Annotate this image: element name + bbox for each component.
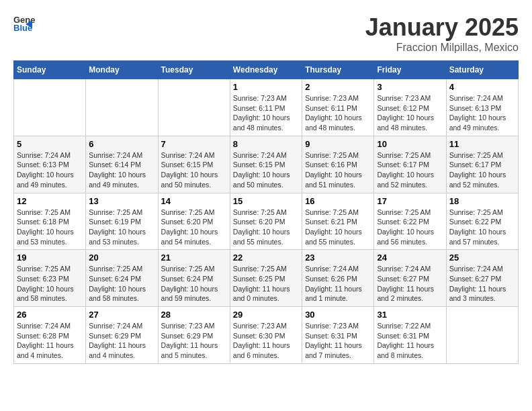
col-saturday: Saturday [446, 61, 518, 79]
day-cell: 18Sunrise: 7:25 AM Sunset: 6:22 PM Dayli… [446, 193, 518, 250]
day-number: 24 [377, 253, 443, 263]
day-info: Sunrise: 7:25 AM Sunset: 6:17 PM Dayligh… [449, 150, 515, 190]
day-cell: 27Sunrise: 7:24 AM Sunset: 6:29 PM Dayli… [86, 307, 158, 364]
day-info: Sunrise: 7:25 AM Sunset: 6:18 PM Dayligh… [17, 208, 83, 247]
logo: General Blue [13, 13, 35, 32]
day-info: Sunrise: 7:25 AM Sunset: 6:24 PM Dayligh… [89, 264, 154, 304]
day-cell: 23Sunrise: 7:24 AM Sunset: 6:26 PM Dayli… [302, 250, 374, 307]
day-number: 21 [161, 253, 227, 263]
day-cell: 14Sunrise: 7:25 AM Sunset: 6:20 PM Dayli… [158, 193, 230, 250]
day-info: Sunrise: 7:25 AM Sunset: 6:20 PM Dayligh… [233, 208, 299, 247]
day-info: Sunrise: 7:25 AM Sunset: 6:17 PM Dayligh… [377, 150, 443, 190]
day-cell [446, 307, 518, 364]
day-cell: 13Sunrise: 7:25 AM Sunset: 6:19 PM Dayli… [86, 193, 158, 250]
day-cell: 1Sunrise: 7:23 AM Sunset: 6:11 PM Daylig… [230, 79, 302, 136]
day-number: 14 [161, 196, 227, 206]
day-number: 31 [377, 310, 443, 320]
week-row-2: 5Sunrise: 7:24 AM Sunset: 6:13 PM Daylig… [14, 136, 519, 193]
day-number: 27 [89, 310, 154, 320]
day-number: 13 [89, 196, 154, 206]
header-row: Sunday Monday Tuesday Wednesday Thursday… [14, 61, 519, 79]
day-number: 26 [17, 310, 83, 320]
day-cell: 17Sunrise: 7:25 AM Sunset: 6:22 PM Dayli… [374, 193, 446, 250]
day-info: Sunrise: 7:25 AM Sunset: 6:22 PM Dayligh… [449, 208, 515, 247]
day-number: 22 [233, 253, 299, 263]
day-number: 10 [377, 139, 443, 149]
day-number: 15 [233, 196, 299, 206]
day-info: Sunrise: 7:25 AM Sunset: 6:25 PM Dayligh… [233, 264, 299, 304]
day-info: Sunrise: 7:23 AM Sunset: 6:30 PM Dayligh… [233, 321, 299, 361]
day-cell [158, 79, 230, 136]
day-cell: 2Sunrise: 7:23 AM Sunset: 6:11 PM Daylig… [302, 79, 374, 136]
day-number: 6 [89, 139, 154, 149]
day-number: 23 [305, 253, 371, 263]
day-cell: 30Sunrise: 7:23 AM Sunset: 6:31 PM Dayli… [302, 307, 374, 364]
day-number: 9 [305, 139, 371, 149]
day-number: 2 [305, 82, 371, 92]
day-info: Sunrise: 7:24 AM Sunset: 6:28 PM Dayligh… [17, 321, 83, 361]
calendar-subtitle: Fraccion Milpillas, Mexico [365, 42, 519, 54]
day-info: Sunrise: 7:24 AM Sunset: 6:15 PM Dayligh… [161, 150, 227, 190]
logo-icon: General Blue [13, 13, 35, 32]
col-wednesday: Wednesday [230, 61, 302, 79]
day-number: 7 [161, 139, 227, 149]
day-cell: 9Sunrise: 7:25 AM Sunset: 6:16 PM Daylig… [302, 136, 374, 193]
col-monday: Monday [86, 61, 158, 79]
day-info: Sunrise: 7:24 AM Sunset: 6:26 PM Dayligh… [305, 264, 371, 304]
calendar-body: 1Sunrise: 7:23 AM Sunset: 6:11 PM Daylig… [14, 79, 519, 364]
day-info: Sunrise: 7:25 AM Sunset: 6:20 PM Dayligh… [161, 208, 227, 247]
day-info: Sunrise: 7:24 AM Sunset: 6:15 PM Dayligh… [233, 150, 299, 190]
day-cell [86, 79, 158, 136]
day-info: Sunrise: 7:23 AM Sunset: 6:29 PM Dayligh… [161, 321, 227, 361]
day-cell: 15Sunrise: 7:25 AM Sunset: 6:20 PM Dayli… [230, 193, 302, 250]
day-number: 17 [377, 196, 443, 206]
day-number: 16 [305, 196, 371, 206]
header: General Blue January 2025 Fraccion Milpi… [13, 13, 519, 54]
day-cell: 3Sunrise: 7:23 AM Sunset: 6:12 PM Daylig… [374, 79, 446, 136]
day-info: Sunrise: 7:24 AM Sunset: 6:29 PM Dayligh… [89, 321, 154, 361]
day-cell: 7Sunrise: 7:24 AM Sunset: 6:15 PM Daylig… [158, 136, 230, 193]
day-cell: 6Sunrise: 7:24 AM Sunset: 6:14 PM Daylig… [86, 136, 158, 193]
day-cell: 8Sunrise: 7:24 AM Sunset: 6:15 PM Daylig… [230, 136, 302, 193]
week-row-4: 19Sunrise: 7:25 AM Sunset: 6:23 PM Dayli… [14, 250, 519, 307]
day-cell: 4Sunrise: 7:24 AM Sunset: 6:13 PM Daylig… [446, 79, 518, 136]
day-info: Sunrise: 7:23 AM Sunset: 6:31 PM Dayligh… [305, 321, 371, 361]
day-number: 25 [449, 253, 515, 263]
day-cell: 20Sunrise: 7:25 AM Sunset: 6:24 PM Dayli… [86, 250, 158, 307]
day-number: 1 [233, 82, 299, 92]
day-number: 28 [161, 310, 227, 320]
day-info: Sunrise: 7:22 AM Sunset: 6:31 PM Dayligh… [377, 321, 443, 361]
day-cell: 28Sunrise: 7:23 AM Sunset: 6:29 PM Dayli… [158, 307, 230, 364]
day-info: Sunrise: 7:24 AM Sunset: 6:13 PM Dayligh… [17, 150, 83, 190]
day-info: Sunrise: 7:25 AM Sunset: 6:24 PM Dayligh… [161, 264, 227, 304]
day-number: 11 [449, 139, 515, 149]
day-number: 8 [233, 139, 299, 149]
day-info: Sunrise: 7:25 AM Sunset: 6:22 PM Dayligh… [377, 208, 443, 247]
calendar-table: Sunday Monday Tuesday Wednesday Thursday… [13, 60, 519, 364]
day-number: 20 [89, 253, 154, 263]
day-cell: 26Sunrise: 7:24 AM Sunset: 6:28 PM Dayli… [14, 307, 86, 364]
day-cell: 22Sunrise: 7:25 AM Sunset: 6:25 PM Dayli… [230, 250, 302, 307]
col-tuesday: Tuesday [158, 61, 230, 79]
day-info: Sunrise: 7:24 AM Sunset: 6:14 PM Dayligh… [89, 150, 154, 190]
col-sunday: Sunday [14, 61, 86, 79]
col-thursday: Thursday [302, 61, 374, 79]
day-info: Sunrise: 7:24 AM Sunset: 6:27 PM Dayligh… [377, 264, 443, 304]
calendar-header: Sunday Monday Tuesday Wednesday Thursday… [14, 61, 519, 79]
day-info: Sunrise: 7:23 AM Sunset: 6:11 PM Dayligh… [233, 93, 299, 133]
day-number: 19 [17, 253, 83, 263]
day-number: 4 [449, 82, 515, 92]
day-cell [14, 79, 86, 136]
svg-text:Blue: Blue [13, 23, 32, 32]
day-cell: 29Sunrise: 7:23 AM Sunset: 6:30 PM Dayli… [230, 307, 302, 364]
day-number: 12 [17, 196, 83, 206]
day-info: Sunrise: 7:24 AM Sunset: 6:13 PM Dayligh… [449, 93, 515, 133]
day-info: Sunrise: 7:25 AM Sunset: 6:21 PM Dayligh… [305, 208, 371, 247]
day-info: Sunrise: 7:25 AM Sunset: 6:23 PM Dayligh… [17, 264, 83, 304]
day-info: Sunrise: 7:23 AM Sunset: 6:11 PM Dayligh… [305, 93, 371, 133]
day-info: Sunrise: 7:25 AM Sunset: 6:16 PM Dayligh… [305, 150, 371, 190]
day-cell: 24Sunrise: 7:24 AM Sunset: 6:27 PM Dayli… [374, 250, 446, 307]
calendar-title: January 2025 [365, 13, 519, 42]
day-cell: 16Sunrise: 7:25 AM Sunset: 6:21 PM Dayli… [302, 193, 374, 250]
day-cell: 12Sunrise: 7:25 AM Sunset: 6:18 PM Dayli… [14, 193, 86, 250]
